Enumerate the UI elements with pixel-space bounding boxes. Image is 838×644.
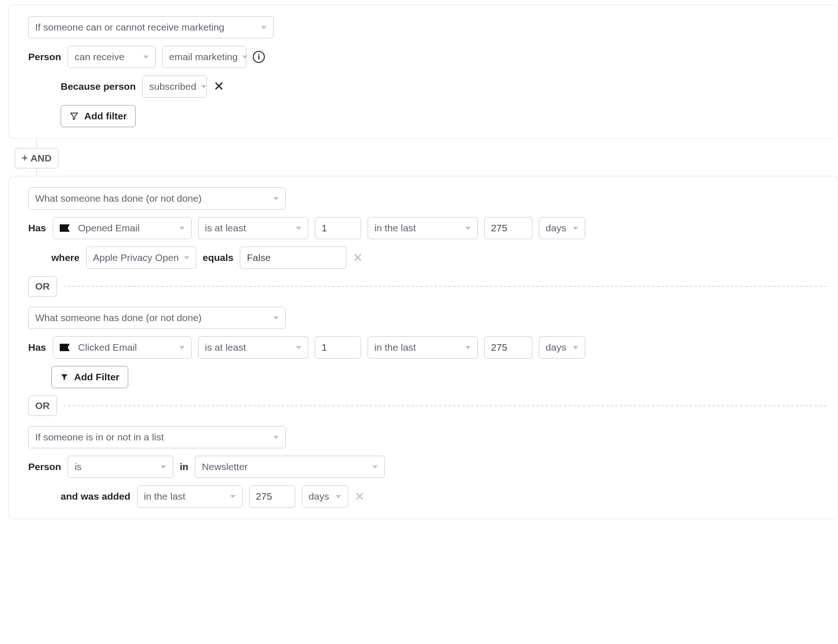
where-label: where	[51, 252, 80, 263]
marketing-channel-select[interactable]: email marketing	[162, 46, 246, 68]
comparator-select[interactable]: is at least	[198, 217, 308, 239]
count-input[interactable]: 1	[315, 217, 361, 239]
chevron-down-icon	[179, 346, 185, 349]
chevron-down-icon	[230, 495, 236, 498]
divider-line	[63, 286, 827, 287]
chevron-down-icon	[179, 227, 185, 230]
chevron-down-icon	[573, 346, 578, 349]
chevron-down-icon	[273, 316, 279, 320]
has-label: Has	[28, 342, 46, 353]
condition-type-select[interactable]: What someone has done (or not done)	[28, 307, 286, 329]
remove-icon[interactable]: ✕	[355, 490, 365, 502]
add-and-button[interactable]: + AND	[15, 148, 58, 168]
and-connector: + AND	[8, 139, 838, 176]
condition-type-label: If someone can or cannot receive marketi…	[35, 22, 256, 33]
time-unit-select[interactable]: days	[302, 485, 348, 508]
chevron-down-icon	[273, 436, 279, 439]
chevron-down-icon	[573, 227, 578, 230]
can-receive-select[interactable]: can receive	[68, 46, 156, 68]
in-label: in	[180, 461, 188, 472]
timeframe-select[interactable]: in the last	[368, 336, 478, 359]
flag-icon	[60, 224, 70, 232]
timeframe-select[interactable]: in the last	[368, 217, 478, 239]
equals-label: equals	[203, 252, 234, 263]
person-label: Person	[28, 51, 61, 62]
chevron-down-icon	[242, 56, 248, 59]
chevron-down-icon	[273, 197, 279, 200]
or-badge[interactable]: OR	[28, 276, 57, 297]
condition-type-select[interactable]: If someone can or cannot receive marketi…	[28, 16, 274, 38]
remove-icon[interactable]: ✕	[213, 80, 224, 93]
reason-select[interactable]: subscribed	[142, 75, 207, 98]
divider-line	[63, 405, 827, 406]
chevron-down-icon	[296, 227, 301, 230]
condition-type-select[interactable]: What someone has done (or not done)	[28, 187, 286, 210]
chevron-down-icon	[465, 227, 471, 230]
chevron-down-icon	[465, 346, 471, 349]
person-label: Person	[28, 461, 61, 472]
condition-type-select[interactable]: If someone is in or not in a list	[28, 426, 286, 448]
chevron-down-icon	[336, 495, 341, 498]
timeframe-select[interactable]: in the last	[137, 485, 243, 508]
days-count-input[interactable]: 275	[249, 485, 295, 508]
time-unit-select[interactable]: days	[539, 217, 585, 239]
filter-icon	[69, 111, 79, 121]
time-unit-select[interactable]: days	[539, 336, 585, 359]
plus-icon: +	[22, 152, 28, 164]
chevron-down-icon	[261, 26, 267, 29]
add-filter-button[interactable]: Add Filter	[51, 366, 128, 388]
comparator-select[interactable]: is at least	[198, 336, 308, 359]
or-divider: OR	[28, 276, 826, 297]
days-count-input[interactable]: 275	[484, 217, 532, 239]
and-was-added-label: and was added	[61, 491, 131, 502]
metric-select[interactable]: Clicked Email	[53, 336, 192, 359]
where-property-select[interactable]: Apple Privacy Open	[86, 247, 196, 269]
chevron-down-icon	[184, 256, 189, 260]
because-person-label: Because person	[61, 81, 136, 92]
metric-select[interactable]: Opened Email	[53, 217, 192, 239]
condition-block-activity: What someone has done (or not done) Has …	[8, 176, 838, 519]
chevron-down-icon	[372, 465, 378, 469]
where-value-input[interactable]: False	[240, 247, 346, 269]
or-divider: OR	[28, 396, 826, 416]
list-select[interactable]: Newsletter	[195, 456, 385, 478]
chevron-down-icon	[143, 56, 149, 59]
count-input[interactable]: 1	[315, 336, 361, 359]
days-count-input[interactable]: 275	[484, 336, 532, 359]
info-icon[interactable]: i	[253, 51, 265, 63]
has-label: Has	[28, 223, 46, 234]
chevron-down-icon	[296, 346, 301, 349]
filter-icon	[60, 373, 69, 381]
is-isnot-select[interactable]: is	[68, 456, 173, 478]
remove-icon[interactable]: ✕	[353, 252, 363, 264]
or-badge[interactable]: OR	[28, 396, 57, 416]
chevron-down-icon	[161, 465, 166, 469]
chevron-down-icon	[201, 85, 206, 88]
add-filter-button[interactable]: Add filter	[61, 105, 136, 127]
condition-block-marketing: If someone can or cannot receive marketi…	[8, 5, 838, 139]
flag-icon	[60, 344, 70, 351]
